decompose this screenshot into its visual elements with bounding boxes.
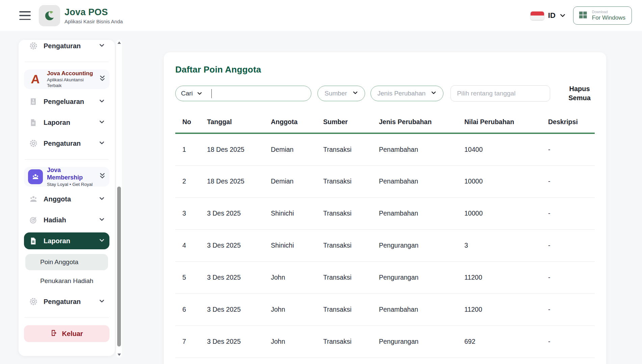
gear-icon: [29, 297, 38, 306]
cell-anggota: Shinichi: [264, 229, 316, 261]
top-bar: Jova POS Aplikasi Kasir Bisnis Anda ID D…: [0, 0, 642, 31]
receipt-icon: $: [29, 97, 38, 106]
cell-anggota: John: [264, 261, 316, 293]
cell-nilai: 10400: [457, 133, 541, 165]
sidebar-item-label: Anggota: [44, 195, 93, 203]
cell-tanggal: 3 Des 2025: [200, 261, 264, 293]
cell-deskripsi: -: [541, 326, 595, 358]
cell-no: 7: [175, 326, 200, 358]
document-icon: [29, 236, 38, 246]
col-header-jenis-perubahan: Jenis Perubahan: [372, 116, 457, 133]
chevron-down-icon: [431, 90, 436, 97]
sidebar-item-hadiah[interactable]: Hadiah: [24, 212, 109, 228]
windows-logo-icon: [578, 10, 588, 21]
cell-jenis: Pengurangan: [372, 326, 457, 358]
double-chevron-down-icon: [99, 172, 105, 181]
cell-jenis: Pengurangan: [372, 229, 457, 261]
scroll-down-arrow-icon[interactable]: [118, 354, 121, 356]
sidebar-item-anggota[interactable]: Anggota: [24, 191, 109, 207]
cell-jenis: Penambahan: [372, 165, 457, 197]
sidebar-item-laporan-accounting[interactable]: Laporan: [24, 114, 109, 131]
cell-anggota: Demian: [264, 133, 316, 165]
chevron-down-icon: [99, 298, 105, 305]
jova-accounting-card[interactable]: A Jova Accounting Aplikasi Akuntansi Ter…: [24, 69, 109, 89]
download-label-large: For Windows: [592, 14, 625, 21]
cell-sumber: Transaksi: [316, 133, 372, 165]
jova-pos-logo-icon: [39, 5, 60, 26]
table-row: 2 18 Des 2025 Demian Transaksi Penambaha…: [175, 165, 595, 197]
download-for-windows-button[interactable]: Download For Windows: [573, 6, 632, 25]
download-label-small: Download: [592, 10, 608, 14]
language-selector[interactable]: ID: [531, 11, 566, 20]
cell-nilai: 10000: [457, 165, 541, 197]
sidebar-item-pengaturan-accounting[interactable]: Pengaturan: [24, 135, 109, 152]
sidebar-item-pengeluaran[interactable]: $ Pengeluaran: [24, 93, 109, 110]
table-row: 5 3 Des 2025 John Transaksi Pengurangan …: [175, 261, 595, 293]
chevron-down-icon: [99, 98, 105, 105]
cell-nilai: 692: [457, 326, 541, 358]
search-type-label: Cari: [181, 90, 193, 97]
col-header-no: No: [175, 116, 200, 133]
chevron-down-icon[interactable]: [197, 91, 202, 96]
cell-tanggal: 3 Des 2025: [200, 293, 264, 326]
jova-membership-card[interactable]: Jova Membership Stay Loyal • Get Royal: [24, 167, 109, 187]
sidebar-item-label: Hadiah: [44, 216, 93, 224]
table-header-row: No Tanggal Anggota Sumber Jenis Perubaha…: [175, 116, 595, 133]
search-input[interactable]: [214, 90, 306, 97]
points-table: No Tanggal Anggota Sumber Jenis Perubaha…: [175, 116, 595, 358]
table-row: 6 3 Des 2025 John Transaksi Penambahan 1…: [175, 293, 595, 326]
text-cursor: [211, 89, 212, 98]
chevron-down-icon: [99, 140, 105, 147]
sidebar-subitem-label: Penukaran Hadiah: [40, 277, 93, 285]
sidebar-item-pengaturan-membership[interactable]: Pengaturan: [24, 293, 109, 310]
chevron-down-icon: [99, 217, 105, 224]
sumber-dropdown[interactable]: Sumber: [317, 86, 365, 101]
cell-anggota: John: [264, 326, 316, 358]
target-icon: [29, 216, 38, 225]
cell-no: 4: [175, 229, 200, 261]
sidebar-subitem-label: Poin Anggota: [40, 258, 78, 266]
sidebar-item-label: Pengaturan: [44, 140, 93, 147]
people-icon: [29, 195, 38, 204]
sidebar-subitem-poin-anggota[interactable]: Poin Anggota: [25, 254, 108, 270]
sidebar-subitem-penukaran-hadiah[interactable]: Penukaran Hadiah: [25, 273, 108, 289]
cell-no: 5: [175, 261, 200, 293]
chevron-down-icon: [99, 237, 105, 245]
cell-nilai: 10000: [457, 197, 541, 229]
col-header-tanggal: Tanggal: [200, 116, 264, 133]
brand: Jova POS Aplikasi Kasir Bisnis Anda: [39, 5, 123, 26]
sidebar-item-label: Pengaturan: [44, 298, 93, 306]
sidebar-scrollbar[interactable]: [116, 40, 122, 358]
cell-jenis: Penambahan: [372, 293, 457, 326]
cell-sumber: Transaksi: [316, 165, 372, 197]
cell-tanggal: 18 Des 2025: [200, 165, 264, 197]
sidebar-item-label: Pengaturan: [44, 42, 93, 50]
app-card-subtitle: Stay Loyal • Get Royal: [47, 182, 95, 188]
brand-tagline: Aplikasi Kasir Bisnis Anda: [65, 19, 123, 24]
sidebar-item-laporan-membership[interactable]: Laporan: [24, 232, 109, 249]
app-card-title: Jova Membership: [47, 166, 95, 181]
search-group[interactable]: Cari: [175, 86, 311, 101]
chevron-down-icon: [560, 12, 566, 19]
jenis-perubahan-dropdown[interactable]: Jenis Perubahan: [370, 86, 444, 101]
clear-all-button[interactable]: Hapus Semua: [564, 84, 595, 103]
cell-no: 6: [175, 293, 200, 326]
sidebar-item-label: Laporan: [44, 237, 93, 245]
jova-accounting-logo-icon: A: [28, 72, 43, 87]
sidebar-item-pengaturan-pos[interactable]: Pengaturan: [24, 40, 109, 54]
sidebar-item-label: Laporan: [44, 119, 93, 127]
filter-bar: Cari Sumber Jenis Perubahan Hapus Semua: [175, 84, 595, 103]
chevron-down-icon: [99, 43, 105, 50]
cell-anggota: John: [264, 293, 316, 326]
cell-tanggal: 3 Des 2025: [200, 229, 264, 261]
logout-button[interactable]: Keluar: [24, 325, 109, 342]
cell-tanggal: 3 Des 2025: [200, 326, 264, 358]
main-content-card: Daftar Poin Anggota Cari Sumber Jenis Pe…: [164, 52, 606, 364]
cell-sumber: Transaksi: [316, 261, 372, 293]
page-title: Daftar Poin Anggota: [175, 64, 595, 75]
scroll-up-arrow-icon[interactable]: [118, 41, 121, 44]
scrollbar-thumb[interactable]: [117, 187, 121, 346]
jova-membership-logo-icon: [28, 169, 43, 184]
hamburger-menu-icon[interactable]: [19, 11, 31, 20]
date-range-input[interactable]: [451, 85, 550, 102]
